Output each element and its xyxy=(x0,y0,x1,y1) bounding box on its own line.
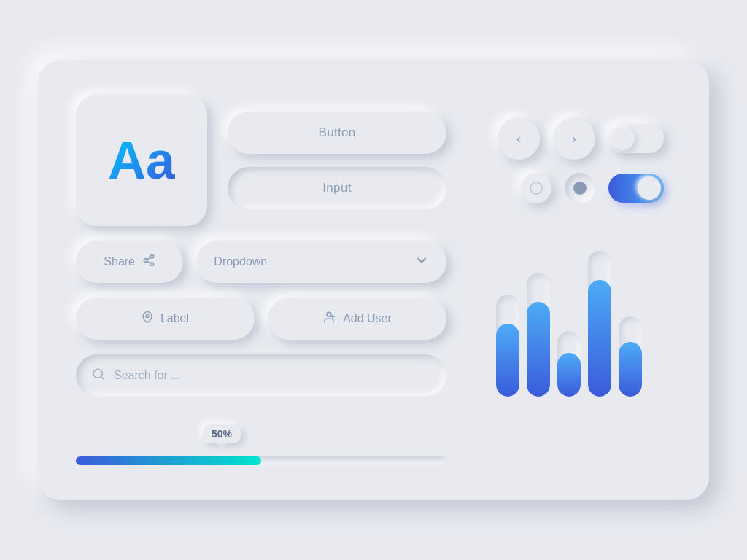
add-user-button[interactable]: Add User xyxy=(268,298,446,340)
toggle-knob-on xyxy=(638,176,661,200)
bar-inner-2 xyxy=(527,302,550,397)
search-inner xyxy=(76,354,446,397)
chevron-right-button[interactable]: › xyxy=(553,117,595,160)
dropdown-label: Dropdown xyxy=(214,255,267,268)
label-button[interactable]: Label xyxy=(76,298,255,340)
controls-column: ‹ › xyxy=(467,95,671,226)
bar-inner-1 xyxy=(496,324,519,397)
bar-4 xyxy=(588,251,611,397)
label-text: Label xyxy=(160,312,189,325)
progress-track[interactable] xyxy=(76,456,446,465)
bar-chart xyxy=(467,241,671,397)
add-user-icon xyxy=(322,311,336,327)
toggle-switch-on[interactable] xyxy=(608,174,664,203)
svg-point-5 xyxy=(146,315,149,318)
share-button[interactable]: Share xyxy=(76,241,183,283)
main-card: Aa Button Input ‹ › xyxy=(38,60,709,500)
bar-outer-2 xyxy=(527,273,550,397)
progress-section: 50% xyxy=(76,411,446,465)
bar-3 xyxy=(557,331,581,397)
svg-line-4 xyxy=(147,257,150,260)
share-label: Share xyxy=(104,255,135,268)
chevron-left-button[interactable]: ‹ xyxy=(498,117,540,160)
tooltip-container: 50% xyxy=(76,424,446,451)
button-button[interactable]: Button xyxy=(228,112,446,154)
bar-inner-4 xyxy=(588,280,611,397)
action-row: Share Dropdown xyxy=(76,241,446,283)
toggle-knob-off xyxy=(611,127,635,150)
search-input[interactable] xyxy=(114,369,430,382)
chevron-down-icon xyxy=(414,253,429,271)
progress-tooltip: 50% xyxy=(203,424,241,443)
share-icon xyxy=(142,254,155,270)
chevron-toggle-row: ‹ › xyxy=(498,117,664,160)
bar-outer-4 xyxy=(588,251,611,397)
radio-toggle-row xyxy=(521,173,664,203)
pin-icon xyxy=(142,311,153,326)
toggle-switch-off[interactable] xyxy=(608,124,664,153)
radio-button-empty[interactable] xyxy=(521,173,551,203)
dropdown-button[interactable]: Dropdown xyxy=(196,241,446,283)
bar-5 xyxy=(619,316,642,397)
radio-button-filled[interactable] xyxy=(565,173,595,203)
font-label: Aa xyxy=(108,134,175,187)
font-card: Aa xyxy=(76,95,207,226)
buttons-column: Button Input xyxy=(228,95,446,226)
bar-outer-3 xyxy=(557,331,581,397)
svg-line-3 xyxy=(147,261,150,263)
bar-inner-3 xyxy=(557,353,581,397)
bar-inner-5 xyxy=(619,342,642,397)
search-bar[interactable] xyxy=(76,354,446,397)
bar-2 xyxy=(527,273,550,397)
progress-fill xyxy=(76,456,261,465)
label-row: Label Add User xyxy=(76,298,446,340)
chevron-left-icon: ‹ xyxy=(516,131,521,147)
radio-inner-empty xyxy=(530,182,543,195)
add-user-label: Add User xyxy=(343,312,392,325)
search-icon xyxy=(92,368,105,384)
chevron-right-icon: › xyxy=(572,131,576,147)
radio-inner-filled xyxy=(573,182,587,195)
svg-point-6 xyxy=(327,312,331,316)
bar-outer-5 xyxy=(619,316,642,397)
bar-outer-1 xyxy=(496,295,519,397)
bar-1 xyxy=(496,295,519,397)
input-button[interactable]: Input xyxy=(228,167,446,209)
svg-line-10 xyxy=(101,376,103,378)
